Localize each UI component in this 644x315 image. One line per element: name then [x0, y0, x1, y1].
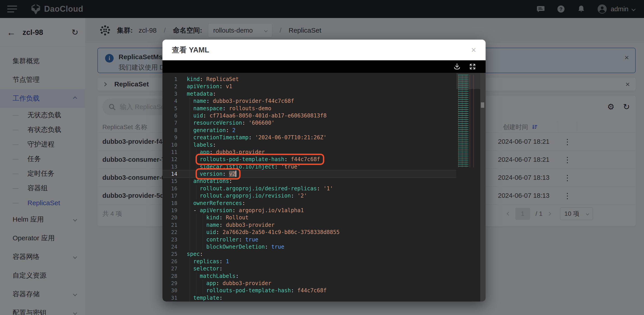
- code-segment: rollout.argoproj.io/desired-replicas: [200, 186, 317, 192]
- code-text: kind: Rollout: [187, 214, 249, 221]
- code-line: 9 creationTimestamp: '2024-06-07T10:21:2…: [162, 134, 456, 141]
- download-icon[interactable]: [453, 63, 461, 70]
- code-segment: [187, 127, 193, 134]
- line-number: 9: [162, 134, 177, 141]
- code-text: version: v2: [187, 170, 236, 178]
- code-segment: :: [213, 142, 216, 148]
- editor-scrollbar[interactable]: [480, 73, 486, 302]
- code-line: 18 ownerReferences:: [162, 200, 456, 207]
- page: DaoCloud ? admin ← zcl-98 ↻ 集群概览节点管: [0, 0, 644, 315]
- modal-close-icon[interactable]: ×: [471, 46, 476, 54]
- minimap-slider[interactable]: [456, 73, 480, 89]
- code-text: kind: ReplicaSet: [187, 76, 239, 83]
- line-number: 29: [162, 280, 177, 287]
- code-segment: :: [220, 222, 226, 228]
- indent-guide: [190, 243, 190, 250]
- minimap[interactable]: [456, 73, 480, 302]
- indent-guide: [190, 163, 190, 170]
- indent-guide: [190, 192, 190, 199]
- line-number: 24: [162, 243, 177, 250]
- indent-guide: [190, 265, 190, 272]
- code-text: labels:: [187, 141, 216, 148]
- code-text: name: dubbo3-provider-f44c7c68f: [187, 98, 294, 104]
- code-segment: :: [242, 120, 249, 126]
- code-text: spec:: [187, 250, 203, 258]
- code-segment: [187, 258, 193, 264]
- code-segment: :: [239, 236, 245, 243]
- code-segment: apiVersion: [200, 207, 232, 214]
- code-segment: [187, 112, 193, 119]
- code-segment: :: [222, 171, 229, 177]
- indent-guide: [196, 287, 196, 294]
- code-segment: argoproj.io/v1alpha1: [239, 207, 304, 214]
- code-segment: :: [232, 207, 239, 214]
- code-segment: version: [200, 171, 222, 177]
- code-line: 31 template:: [162, 294, 456, 302]
- code-segment: v2: [229, 171, 236, 177]
- line-number: 25: [162, 250, 177, 258]
- indent-guide: [190, 141, 190, 148]
- code-segment: :: [220, 83, 226, 90]
- code-text: blockOwnerDeletion: true: [187, 243, 284, 250]
- code-line: 23 controller: true: [162, 236, 456, 243]
- code-segment: labels: [193, 142, 213, 148]
- line-number: 18: [162, 200, 177, 207]
- code-segment: replicas: [193, 258, 220, 264]
- code-segment: dubbo3-provider-f44c7c68f: [213, 98, 294, 104]
- code-segment: '1': [323, 186, 333, 192]
- code-segment: uid: [206, 229, 216, 235]
- code-text: - apiVersion: argoproj.io/v1alpha1: [187, 207, 304, 214]
- code-segment: dubbo3-provider: [226, 222, 274, 228]
- line-number: 6: [162, 112, 177, 119]
- code-text: selector:: [187, 265, 222, 272]
- code-segment: '2': [297, 192, 307, 199]
- code-line: 19 - apiVersion: argoproj.io/v1alpha1: [162, 207, 456, 214]
- modal-header: 查看 YAML ×: [162, 40, 486, 60]
- indent-guide: [190, 98, 190, 104]
- code-line: 29 app: dubbo3-provider: [162, 280, 456, 287]
- code-segment: :: [284, 156, 291, 162]
- code-segment: :: [206, 98, 213, 104]
- scrollbar-thumb[interactable]: [481, 102, 484, 108]
- indent-guide: [203, 236, 203, 243]
- code-text: uid: cf714aa6-8050-401d-ab17-e606360813f…: [187, 112, 326, 119]
- code-line: 7 resourceVersion: '606600': [162, 119, 456, 126]
- code-segment: :: [226, 127, 232, 134]
- code-segment: [187, 105, 193, 112]
- code-segment: [187, 186, 200, 192]
- code-segment: '606600': [249, 120, 275, 126]
- code-line: 1kind: ReplicaSet: [162, 76, 456, 83]
- code-line: 12 rollouts-pod-template-hash: f44c7c68f: [162, 156, 456, 163]
- fullscreen-icon[interactable]: [469, 63, 476, 70]
- code-segment: :: [220, 214, 226, 221]
- line-number: 26: [162, 258, 177, 265]
- code-text: ownerReferences:: [187, 200, 245, 207]
- code-segment: resourceVersion: [193, 120, 242, 126]
- code-segment: :: [216, 229, 222, 235]
- indent-guide: [190, 105, 190, 112]
- code-segment: :: [249, 134, 255, 140]
- indent-guide: [190, 112, 190, 119]
- modal-title: 查看 YAML: [172, 45, 209, 55]
- code-segment: [187, 120, 193, 126]
- code-text: creationTimestamp: '2024-06-07T10:21:26Z…: [187, 134, 326, 141]
- indent-guide: [203, 228, 203, 236]
- indent-guide: [203, 214, 203, 221]
- code-text: uid: 2a7662db-2a50-41c9-b86c-3758338d885…: [187, 228, 340, 236]
- code-segment: ReplicaSet: [206, 76, 239, 82]
- code-line: 27 selector:: [162, 265, 456, 272]
- code-segment: generation: [193, 127, 226, 134]
- code-line: 2apiVersion: v1: [162, 83, 456, 90]
- code-segment: matchLabels: [200, 273, 236, 279]
- code-segment: uid: [193, 112, 203, 119]
- indent-guide: [203, 243, 203, 250]
- code-text: rollouts-pod-template-hash: f44c7c68f: [187, 156, 320, 163]
- code-line: 14 version: v2: [162, 170, 456, 178]
- code-line: 30 rollouts-pod-template-hash: f44c7c68f: [162, 287, 456, 294]
- indent-guide: [190, 272, 190, 280]
- indent-guide: [190, 148, 190, 156]
- yaml-editor[interactable]: 1kind: ReplicaSet2apiVersion: v13metadat…: [162, 73, 486, 302]
- line-number: 30: [162, 287, 177, 294]
- code-line: 24 blockOwnerDeletion: true: [162, 243, 456, 250]
- indent-guide: [196, 243, 196, 250]
